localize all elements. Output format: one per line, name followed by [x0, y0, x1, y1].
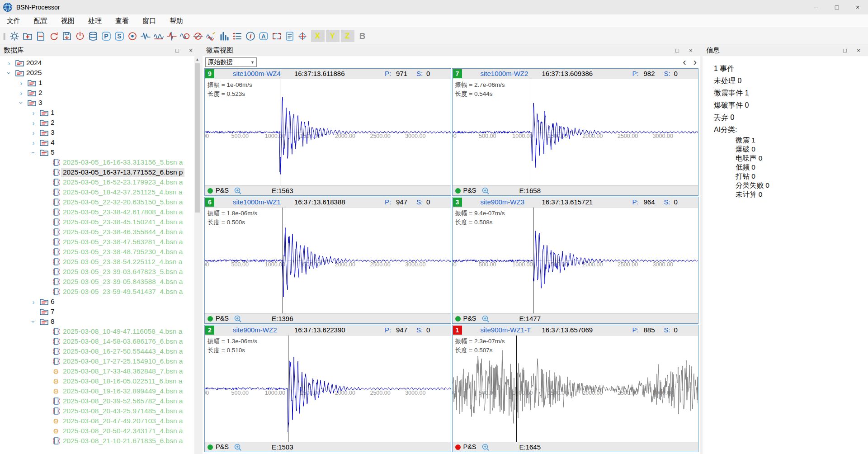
tree-folder-3[interactable]: ›3 [0, 98, 194, 108]
tree-file[interactable]: 2025-03-05_23-38-42.617808_4.bsn a [0, 207, 194, 217]
axis-x-button[interactable]: X [311, 30, 325, 42]
waveform-panel-site1000m-WZ4[interactable]: 9site1000m-WZ416:37:13.611886P:971S:0005… [204, 68, 451, 196]
prev-event-button[interactable]: ‹ [683, 58, 686, 67]
database-icon[interactable] [87, 29, 100, 43]
zoom-in-icon[interactable] [481, 187, 490, 195]
waveform-close-button[interactable]: × [684, 45, 698, 55]
ps-toggle[interactable]: P&S [463, 187, 476, 194]
annotation-icon[interactable]: A [257, 29, 270, 43]
menu-item-0[interactable]: 文件 [0, 14, 27, 28]
zoom-in-icon[interactable] [234, 443, 242, 451]
waveform-rotate-icon[interactable] [179, 29, 192, 43]
menu-item-2[interactable]: 视图 [54, 14, 81, 28]
save-icon[interactable] [61, 29, 74, 43]
zoom-in-icon[interactable] [481, 315, 490, 323]
axis-z-button[interactable]: Z [341, 30, 354, 42]
expand-arrow-icon[interactable]: › [28, 119, 39, 127]
scroll-up-icon[interactable]: ▲ [194, 56, 200, 62]
waveform-plot[interactable]: 00500.001000.001500.002000.002500.003000… [453, 79, 698, 185]
tree-file[interactable]: ⚙2025-03-08_19-16-32.899449_4.bsn a [0, 386, 194, 396]
tree-folder-1[interactable]: ›1 [0, 108, 194, 118]
waveform-panel-site900m-WZ1-T[interactable]: 1site900m-WZ1-T16:37:13.657069P:885S:000… [452, 325, 699, 452]
tree-file[interactable]: 2025-03-05_16-37-13.771552_6.bsn p [0, 167, 194, 177]
maximize-button[interactable]: □ [826, 0, 847, 14]
select-region-icon[interactable] [270, 29, 283, 43]
menu-item-1[interactable]: 配置 [27, 14, 54, 28]
tree-file[interactable]: 2025-03-05_16-52-23.179923_4.bsn a [0, 177, 194, 187]
edit-data-icon[interactable] [34, 29, 47, 43]
tree-file[interactable]: ⚙2025-03-08_17-33-48.362848_7.bsn a [0, 366, 194, 376]
waveform-plot[interactable]: 00500.001000.001500.002000.002500.003000… [453, 208, 698, 314]
waveform-filter-icon[interactable] [152, 29, 165, 43]
tree-file[interactable]: ⚙2025-03-08_20-47-49.207103_4.bsn a [0, 416, 194, 426]
waveform-raw-icon[interactable] [139, 29, 152, 43]
axis-y-button[interactable]: Y [326, 30, 340, 42]
refresh-icon[interactable] [47, 29, 61, 43]
event-list-icon[interactable] [231, 29, 244, 43]
zoom-in-icon[interactable] [481, 443, 490, 451]
waveform-plot[interactable]: 00500.001000.001500.002000.002500.003000… [205, 336, 451, 442]
tree-folder-2[interactable]: ›2 [0, 118, 194, 128]
tree-file[interactable]: ⚙2025-03-08_18-16-05.022511_6.bsn a [0, 376, 194, 386]
tree-file[interactable]: 2025-03-08_20-43-25.971485_4.bsn a [0, 406, 194, 416]
waveform-pick-icon[interactable] [165, 29, 179, 43]
waveform-panel-site1000m-WZ2[interactable]: 7site1000m-WZ216:37:13.609386P:982S:0005… [452, 68, 699, 196]
tree-file[interactable]: 2025-03-05_22-32-20.635150_5.bsn a [0, 197, 194, 207]
menu-item-3[interactable]: 处理 [81, 14, 108, 28]
info-icon[interactable]: i [244, 29, 257, 43]
waveform-plot[interactable]: 00500.001000.001500.002000.002500.003000… [453, 336, 698, 442]
waveform-plot[interactable]: 00500.001000.001500.002000.002500.003000… [205, 79, 451, 185]
tree-file[interactable]: 2025-03-08_17-27-25.154910_6.bsn a [0, 356, 194, 366]
tree-file[interactable]: ⚙2025-03-08_20-50-42.343171_4.bsn a [0, 426, 194, 436]
tree-file[interactable]: 2025-03-05_23-39-03.647823_5.bsn a [0, 267, 194, 277]
tree-file[interactable]: 2025-03-08_21-10-21.671835_6.bsn a [0, 436, 194, 446]
p-pick-icon[interactable]: P [100, 29, 113, 43]
tree-file[interactable]: 2025-03-08_16-27-50.554443_4.bsn a [0, 346, 194, 356]
waveform-panel-site900m-WZ2[interactable]: 2site900m-WZ216:37:13.622390P:947S:00050… [204, 325, 451, 452]
tree-file[interactable]: 2025-03-08_20-39-52.565782_4.bsn a [0, 396, 194, 406]
tree-folder-6[interactable]: ›6 [0, 297, 194, 307]
waveform-panel-site1000m-WZ1[interactable]: 6site1000m-WZ116:37:13.618388P:947S:0005… [204, 197, 451, 324]
locate-icon[interactable] [126, 29, 139, 43]
power-icon[interactable] [74, 29, 87, 43]
tree-file[interactable]: 2025-03-05_23-39-05.843588_4.bsn a [0, 277, 194, 287]
close-button[interactable]: × [847, 0, 868, 14]
tree-folder-1[interactable]: ›1 [0, 78, 194, 88]
ps-toggle[interactable]: P&S [216, 187, 229, 194]
tree-folder-2025[interactable]: ›2025 [0, 68, 194, 78]
add-point-icon[interactable] [297, 29, 310, 43]
minimize-button[interactable]: – [806, 0, 826, 14]
collapse-arrow-icon[interactable]: › [5, 67, 13, 78]
database-float-button[interactable]: □ [170, 45, 184, 55]
add-folder-icon[interactable] [21, 29, 34, 43]
tree-file[interactable]: 2025-03-08_10-49-47.116058_4.bsn a [0, 326, 194, 336]
database-tree-scrollbar[interactable]: ▲ [194, 56, 200, 454]
ps-toggle[interactable]: P&S [216, 315, 229, 322]
menu-item-5[interactable]: 窗口 [136, 14, 163, 28]
ps-toggle[interactable]: P&S [463, 443, 476, 450]
info-close-button[interactable]: × [852, 45, 865, 55]
tree-file[interactable]: 2025-03-05_23-38-47.563281_4.bsn a [0, 237, 194, 247]
expand-arrow-icon[interactable]: › [28, 298, 39, 306]
database-close-button[interactable]: × [184, 45, 198, 55]
waveform-float-button[interactable]: □ [670, 45, 684, 55]
tree-folder-8[interactable]: ›8 [0, 317, 194, 326]
menu-item-6[interactable]: 帮助 [163, 14, 190, 28]
settings-icon[interactable] [8, 29, 21, 43]
tree-file[interactable]: 2025-03-08_14-58-03.686176_6.bsn a [0, 336, 194, 346]
expand-arrow-icon[interactable]: › [28, 129, 39, 137]
collapse-arrow-icon[interactable]: › [30, 316, 38, 327]
data-source-select[interactable]: 原始数据 ▼ [205, 57, 257, 67]
tree-file[interactable]: 2025-03-05_23-38-54.225112_4.bsn a [0, 257, 194, 267]
tree-file[interactable]: 2025-03-05_16-16-33.313156_5.bsn a [0, 157, 194, 167]
scrollbar-thumb[interactable] [195, 63, 200, 213]
menu-item-4[interactable]: 查看 [108, 14, 136, 28]
tree-file[interactable]: 2025-03-05_18-42-37.251125_4.bsn a [0, 187, 194, 197]
tree-file[interactable]: 2025-03-05_23-38-48.795230_4.bsn a [0, 247, 194, 257]
tree-folder-3[interactable]: ›3 [0, 128, 194, 137]
expand-arrow-icon[interactable]: › [16, 89, 27, 97]
s-pick-icon[interactable]: S [113, 29, 126, 43]
tree-folder-5[interactable]: ›5 [0, 147, 194, 157]
waveform-reject-icon[interactable] [192, 29, 205, 43]
expand-arrow-icon[interactable]: › [28, 109, 39, 117]
